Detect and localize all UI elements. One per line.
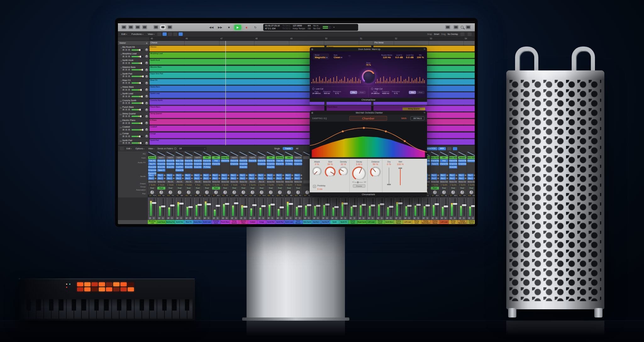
mute-button[interactable]: M — [148, 217, 152, 219]
send-knob[interactable] — [219, 178, 220, 179]
send-knob[interactable] — [301, 178, 302, 179]
zoom-tool-icon[interactable] — [468, 32, 472, 36]
group-slot[interactable]: 4: Guitars — [185, 184, 193, 186]
fx-slot[interactable]: Channel EQ — [276, 163, 284, 165]
fader-strip[interactable]: MS — [367, 197, 376, 220]
group-slot[interactable]: 2: Synths — [440, 184, 448, 186]
low-cut-frequency[interactable]: Frequency 500 Hz — [323, 91, 331, 94]
mute-button[interactable]: M — [122, 56, 125, 58]
send-knob[interactable] — [264, 174, 266, 176]
tab-single[interactable]: Single — [272, 147, 282, 150]
pan-knob[interactable] — [145, 55, 148, 58]
send-slot[interactable]: Bus 2 — [239, 177, 247, 180]
automation-slot[interactable]: Read — [285, 187, 293, 190]
notes-icon[interactable] — [453, 147, 457, 150]
pan-knob[interactable] — [278, 190, 282, 194]
mute-button[interactable]: M — [122, 129, 125, 131]
group-slot[interactable]: 2: Synths — [458, 184, 466, 186]
mute-button[interactable]: M — [122, 75, 125, 77]
solo-button[interactable]: S — [189, 217, 192, 219]
chromaglow-titlebar[interactable]: Drum Submix: Warm Up ⧉ — [310, 47, 427, 51]
solo-button[interactable]: S — [234, 217, 237, 219]
close-icon[interactable] — [311, 112, 313, 114]
channel-strip[interactable]: ES2Channel EQTri-DelayBus 1Bus 2Stereo O… — [285, 152, 294, 197]
group-slot[interactable]: 3: Vocals — [294, 184, 302, 186]
output-slot[interactable]: Stereo Out — [285, 180, 293, 183]
drive-knob[interactable] — [362, 70, 375, 83]
send-slot[interactable]: Bus 1 — [248, 174, 257, 177]
region[interactable]: Cowbell — [149, 125, 319, 131]
marker-segment[interactable]: Pre-Verse — [373, 41, 475, 45]
fader-cap[interactable] — [280, 207, 284, 208]
mute-button[interactable]: M — [367, 217, 370, 219]
output-slot[interactable]: Bus 20 — [185, 180, 193, 183]
fader-cap[interactable] — [435, 203, 439, 205]
fx-slot[interactable]: Channel EQ — [440, 163, 448, 165]
channel-strip[interactable]: Input 7Channel EQCompressorEnsembleBus 1… — [239, 152, 248, 197]
mute-button[interactable]: M — [458, 217, 462, 219]
fader-cap[interactable] — [316, 205, 320, 207]
fx-slot[interactable]: Step FX — [148, 163, 156, 165]
volume-slider[interactable] — [131, 102, 143, 104]
send-knob[interactable] — [255, 174, 257, 176]
automation-slot[interactable]: Read — [458, 187, 466, 190]
channel-label[interactable]: Synth Lead — [203, 220, 212, 224]
fader-cap[interactable] — [207, 203, 211, 205]
mute-button[interactable]: M — [122, 142, 125, 144]
low-cut-resonance[interactable]: Resonance 0.71 — [333, 91, 341, 94]
output-slot[interactable]: Stereo Out — [276, 180, 284, 183]
input-slot[interactable]: Alchemy — [276, 156, 284, 159]
send-knob[interactable] — [191, 178, 193, 179]
solo-button[interactable]: S — [289, 217, 292, 219]
mute-button[interactable]: M — [122, 102, 125, 104]
channel-label[interactable]: Synth Bass — [385, 220, 394, 224]
solo-button[interactable]: S — [271, 217, 274, 219]
fader-strip[interactable]: MS — [285, 197, 294, 220]
fader-strip[interactable]: MS — [449, 197, 458, 220]
solo-button[interactable]: S — [298, 217, 301, 219]
region[interactable]: Morphing Lead — [149, 52, 325, 58]
input-slot[interactable]: Input 7 — [239, 156, 247, 159]
input-slot[interactable]: Input 4 — [185, 156, 193, 159]
pan-knob[interactable] — [232, 190, 236, 194]
channel-label[interactable]: Morphing Lead — [148, 220, 157, 224]
send-knob[interactable] — [291, 174, 293, 176]
record-enable-button[interactable]: R — [128, 109, 130, 111]
channel-strip[interactable]: Input 4Channel EQCompressorEnsembleBus 1… — [184, 152, 193, 197]
send-knob[interactable] — [447, 174, 448, 176]
pan-knob[interactable] — [460, 190, 464, 194]
automation-slot[interactable]: Read — [221, 187, 229, 190]
group-slot[interactable]: 6: Keys — [239, 184, 247, 186]
fader-strip[interactable]: MS — [348, 197, 358, 220]
output-slot[interactable]: Stereo Out — [157, 180, 165, 183]
fader-strip[interactable]: MS — [193, 197, 203, 220]
mute-button[interactable]: M — [249, 217, 252, 219]
output-slot[interactable]: Bus 20 — [194, 180, 202, 183]
send-knob[interactable] — [246, 178, 247, 179]
mute-button[interactable]: M — [404, 217, 407, 219]
send-slot[interactable]: Bus 2 — [194, 177, 202, 180]
region[interactable]: Punch Bass — [149, 106, 325, 112]
record-button[interactable]: ● — [243, 25, 250, 30]
fx-slot[interactable]: Compressor — [194, 163, 202, 165]
fader-cap[interactable] — [353, 205, 357, 207]
input-slot[interactable]: ES1 — [440, 156, 448, 159]
cycle-button[interactable]: ↻ — [252, 25, 259, 30]
solo-button[interactable]: S — [307, 217, 310, 219]
group-slot[interactable]: 2: Synths — [248, 184, 257, 186]
track-header[interactable]: 10Crunchy SynthMSR — [118, 99, 149, 105]
solo-button[interactable]: S — [453, 217, 456, 219]
channel-label[interactable]: LoFi Lead — [403, 220, 412, 224]
solo-button[interactable]: S — [125, 102, 127, 104]
window-icon[interactable] — [453, 25, 458, 29]
pan-knob[interactable] — [187, 190, 191, 194]
channel-label[interactable]: Rising Synth — [376, 220, 385, 224]
channel-strip[interactable]: Input 3Noise GateBass AmpAutoFilterChann… — [175, 152, 184, 197]
knob-size[interactable]: Size99 % — [325, 161, 336, 192]
track-header[interactable]: 4Synth HookMSR — [118, 58, 149, 65]
region[interactable]: Synth Lead — [149, 92, 325, 98]
send-knob[interactable] — [173, 174, 175, 176]
send-knob[interactable] — [228, 174, 229, 176]
channel-label[interactable]: Heavy Bass — [193, 220, 203, 224]
fader-strip[interactable]: MS — [394, 197, 403, 220]
